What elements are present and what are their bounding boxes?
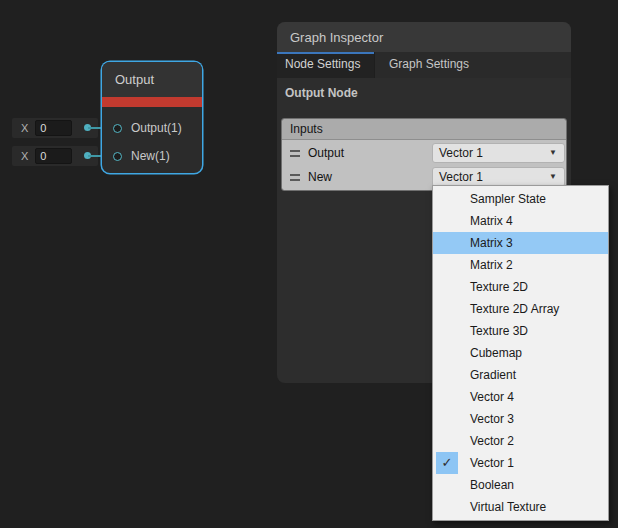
type-dropdown-value: Vector 1 [439, 170, 483, 184]
drag-handle-icon[interactable] [290, 174, 300, 181]
tab-graph-settings[interactable]: Graph Settings [375, 52, 483, 78]
input-row-output: Output Vector 1 ▼ [282, 141, 566, 165]
checkmark-icon: ✓ [436, 452, 458, 474]
inputs-list: Inputs Output Vector 1 ▼ New [281, 118, 567, 191]
axis-label: X [21, 150, 28, 162]
inline-value-input-new[interactable] [35, 148, 72, 164]
input-row-label: Output [308, 146, 344, 160]
inline-value-input-output[interactable] [35, 120, 72, 136]
menu-item[interactable]: Sampler State✓ [433, 188, 608, 210]
menu-item[interactable]: Texture 3D✓ [433, 320, 608, 342]
port-row-new[interactable]: New(1) [102, 142, 202, 170]
menu-item[interactable]: Texture 2D✓ [433, 276, 608, 298]
menu-item[interactable]: Texture 2D Array✓ [433, 298, 608, 320]
type-dropdown-output[interactable]: Vector 1 ▼ [432, 143, 565, 163]
output-node[interactable]: Output Output(1) New(1) [102, 62, 202, 173]
menu-item[interactable]: Cubemap✓ [433, 342, 608, 364]
dropdown-arrow-icon: ▼ [549, 168, 557, 186]
dropdown-arrow-icon: ▼ [549, 144, 557, 162]
graph-canvas[interactable]: X X Output Output(1) New(1) Graph Inspec… [0, 0, 618, 528]
node-ports: Output(1) New(1) [102, 107, 202, 170]
port-label: Output(1) [131, 121, 182, 135]
menu-item[interactable]: Matrix 3✓ [433, 232, 608, 254]
tab-node-settings[interactable]: Node Settings [277, 52, 374, 78]
menu-item[interactable]: Vector 4✓ [433, 386, 608, 408]
axis-label: X [21, 122, 28, 134]
menu-item[interactable]: Vector 3✓ [433, 408, 608, 430]
menu-item[interactable]: Virtual Texture✓ [433, 496, 608, 518]
type-dropdown-new[interactable]: Vector 1 ▼ [432, 167, 565, 187]
node-title: Output [102, 62, 202, 97]
drag-handle-icon[interactable] [290, 150, 300, 157]
port-circle-icon[interactable] [113, 124, 122, 133]
port-row-output[interactable]: Output(1) [102, 114, 202, 142]
node-color-bar [102, 97, 202, 107]
menu-item[interactable]: Vector 1✓ [433, 452, 608, 474]
type-dropdown-menu: Sampler State✓ Matrix 4✓ Matrix 3✓ Matri… [432, 185, 609, 521]
inputs-list-header: Inputs [282, 119, 566, 140]
menu-item[interactable]: Matrix 4✓ [433, 210, 608, 232]
menu-item[interactable]: Matrix 2✓ [433, 254, 608, 276]
input-row-label: New [308, 170, 332, 184]
section-title: Output Node [277, 78, 571, 100]
menu-item[interactable]: Vector 2✓ [433, 430, 608, 452]
inspector-title[interactable]: Graph Inspector [277, 22, 571, 52]
type-dropdown-value: Vector 1 [439, 146, 483, 160]
port-label: New(1) [131, 149, 170, 163]
menu-item[interactable]: Gradient✓ [433, 364, 608, 386]
port-circle-icon[interactable] [113, 152, 122, 161]
menu-item[interactable]: Boolean✓ [433, 474, 608, 496]
inspector-tab-bar: Node Settings Graph Settings [277, 52, 571, 78]
inputs-list-rows: Output Vector 1 ▼ New Vector 1 ▼ [282, 140, 566, 190]
